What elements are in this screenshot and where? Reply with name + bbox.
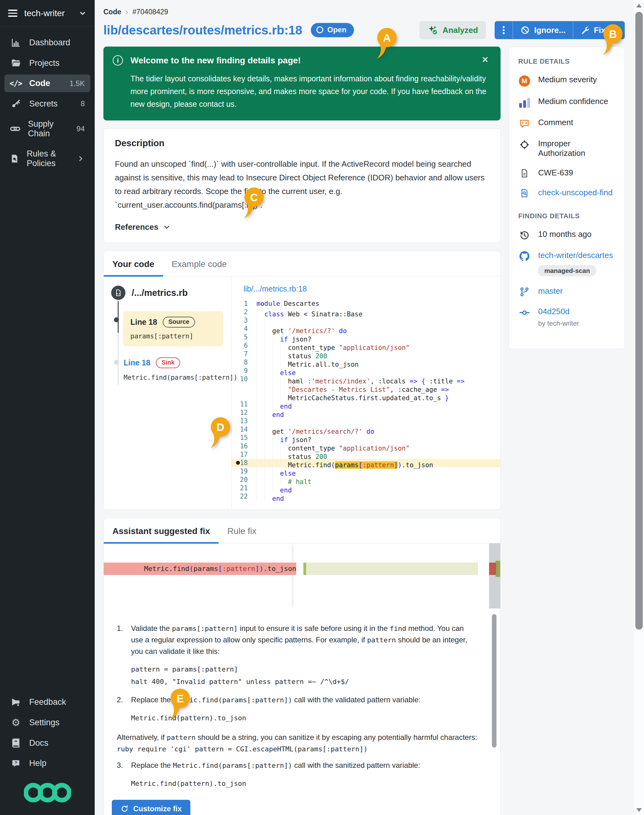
code-line: 16content_type "application/json" — [232, 442, 500, 450]
supply-chain-icon — [10, 124, 20, 134]
line-number: 18 — [232, 459, 256, 467]
breadcrumb-section[interactable]: Code — [103, 8, 121, 16]
fix-diff: Metric.find(params[:pattern]).to_json — [104, 543, 500, 608]
code-line: 17status 200 — [232, 450, 500, 459]
authorization-icon — [518, 139, 531, 150]
code-line-highlighted: ●18Metric.find(params[:pattern]).to_json — [232, 459, 500, 467]
detail-item: Improper Authorization — [518, 139, 615, 158]
source-code-snippet: params[:pattern] — [130, 332, 216, 340]
svg-text:?: ? — [15, 760, 17, 765]
banner-body: The tidier layout consolidates key detai… — [130, 72, 491, 110]
detail-label[interactable]: tech-writer/descartes — [538, 251, 613, 260]
code-file-link[interactable]: lib/.../metrics.rb:18 — [232, 284, 500, 300]
sidebar-item-projects[interactable]: Projects — [5, 54, 90, 72]
line-number: 13 — [232, 417, 256, 425]
sidebar-item-dashboard[interactable]: Dashboard — [5, 34, 90, 52]
trace-source-item[interactable]: Line 18 Source params[:pattern] — [123, 311, 223, 346]
diff-scroll-mark-added — [495, 561, 500, 577]
sidebar-item-settings[interactable]: ⚙Settings — [5, 714, 90, 731]
code-line: 3 — [232, 316, 500, 325]
references-toggle[interactable]: References — [115, 222, 489, 232]
detail-item: 10 months ago — [518, 230, 615, 241]
code-viewer: lib/.../metrics.rb:18 1module Descartes2… — [232, 276, 500, 510]
detail-label[interactable]: check-unscoped-find — [538, 188, 613, 197]
commit-icon — [518, 307, 531, 318]
page-scrollbar[interactable] — [633, 0, 644, 815]
sidebar-item-docs[interactable]: Docs — [5, 734, 90, 752]
sidebar-footer-nav: Feedback⚙SettingsDocs?Help — [0, 693, 95, 772]
tab-example-code[interactable]: Example code — [163, 251, 235, 276]
diff-scrollbar[interactable] — [489, 543, 500, 608]
ignore-button[interactable]: Ignore... — [513, 21, 573, 39]
sidebar-item-supply-chain[interactable]: Supply Chain94 — [5, 115, 90, 142]
code-card: Your code Example code /.../metrics.rb — [103, 251, 501, 510]
line-number: 8 — [232, 358, 256, 367]
diff-removed-line: Metric.find(params[:pattern]).to_json — [104, 562, 296, 575]
sidebar-item-label: Rules & Policies — [27, 149, 69, 168]
scrollbar-thumb[interactable] — [635, 12, 643, 630]
detail-label: Medium severity — [538, 75, 597, 84]
sink-line-label[interactable]: Line 18 — [124, 358, 150, 367]
tab-rule-fix[interactable]: Rule fix — [219, 518, 265, 543]
org-switcher[interactable]: tech-writer — [0, 0, 95, 27]
sidebar-item-label: Supply Chain — [28, 119, 69, 138]
instruction-item: 2.Replace the Metric.find(params[:patter… — [117, 694, 477, 706]
sidebar-item-code[interactable]: </>Code1.5K — [5, 75, 90, 92]
scroll-up-arrow-icon[interactable] — [636, 4, 642, 8]
customize-fix-button[interactable]: Customize fix — [112, 800, 190, 815]
status-badge[interactable]: Open — [311, 23, 354, 37]
tab-your-code[interactable]: Your code — [104, 251, 163, 276]
instructions-scrollbar-thumb[interactable] — [492, 614, 497, 748]
github-icon — [518, 251, 531, 261]
line-number: 21 — [232, 484, 256, 492]
sidebar-item-count: 1.5K — [69, 79, 85, 88]
instruction-item: 3.Replace the Metric.find(params[:patter… — [117, 760, 477, 771]
description-card: Description Found an unscoped `find(...)… — [103, 129, 501, 243]
finding-line-dot: ● — [236, 458, 240, 467]
history-icon — [518, 230, 531, 241]
trace-sink-item[interactable]: Line 18 Sink Metric.find(params[:pattern… — [123, 357, 223, 381]
code-line: MetricCacheStatus.first.updated_at.to_s … — [232, 392, 500, 400]
source-badge: Source — [163, 317, 195, 328]
scroll-down-arrow-icon[interactable] — [636, 808, 642, 812]
fix-button[interactable]: Fix — [573, 21, 625, 39]
wrench-icon — [581, 26, 589, 34]
line-number — [232, 392, 256, 400]
trace-rail — [118, 333, 119, 385]
code-line: 9else — [232, 367, 500, 375]
code-line: "Descartes - Metrics List", :cache_age =… — [232, 383, 500, 392]
trace-node-icon — [114, 360, 119, 365]
source-line-label: Line 18 — [130, 318, 157, 326]
detail-label[interactable]: 04d250d — [538, 307, 569, 316]
code-line: 13 — [232, 417, 500, 425]
sidebar-item-help[interactable]: ?Help — [5, 754, 90, 772]
hamburger-icon[interactable] — [8, 10, 17, 17]
detail-item[interactable]: master — [518, 286, 615, 297]
instruction-paragraph: Alternatively, if pattern should be a st… — [117, 732, 477, 755]
sidebar-item-feedback[interactable]: Feedback — [5, 693, 90, 711]
finding-details-list: 10 months agotech-writer/descartesmanage… — [518, 230, 615, 328]
close-icon[interactable]: ✕ — [480, 55, 491, 64]
line-number: 14 — [232, 425, 256, 434]
detail-item[interactable]: check-unscoped-find — [518, 188, 615, 198]
detail-label: Comment — [538, 118, 573, 127]
more-actions-button[interactable] — [495, 21, 513, 39]
code-line: 2class Web < Sinatra::Base — [232, 308, 500, 316]
code-line: 14get '/metrics/search/?' do — [232, 425, 500, 434]
branch-icon — [518, 286, 531, 297]
page-title: lib/descartes/routes/metrics.rb:18 — [103, 23, 302, 37]
sink-code-snippet: Metric.find(params[:pattern]) — [124, 374, 223, 381]
detail-item[interactable]: tech-writer/descartesmanaged-scan — [518, 251, 615, 276]
code-line: 8Metric.all.to_json — [232, 358, 500, 367]
sidebar-item-rules-policies[interactable]: Rules & Policies — [5, 145, 90, 172]
line-number: 22 — [232, 492, 256, 501]
tab-assistant-fix[interactable]: Assistant suggested fix — [104, 518, 219, 543]
analyzed-button[interactable]: Analyzed — [420, 21, 486, 39]
rule-details-list: MMedium severityMedium confidenceComment… — [518, 75, 615, 198]
detail-label[interactable]: master — [538, 286, 563, 296]
action-button-group: Ignore... Fix — [495, 21, 625, 39]
detail-item[interactable]: 04d250dby tech-writer — [518, 307, 615, 328]
help-icon: ? — [10, 759, 22, 768]
line-number: 20 — [232, 476, 256, 484]
sidebar-item-secrets[interactable]: Secrets8 — [5, 95, 90, 113]
